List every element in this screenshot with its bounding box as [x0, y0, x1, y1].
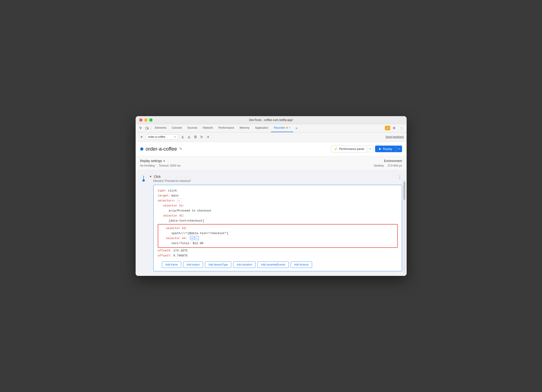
- minimize-button[interactable]: [144, 118, 147, 122]
- environment-meta: Desktop 372×804 px: [374, 164, 402, 167]
- steps-container: ▼ Click Element "Proceed to checkout" ty…: [136, 170, 406, 276]
- add-frame-button[interactable]: Add frame: [162, 262, 181, 268]
- code-line-sel3-val: xpath///*[@data-test="checkout"]: [161, 231, 395, 236]
- svg-marker-5: [201, 136, 203, 138]
- environment-section: Environment Desktop 372×804 px: [374, 159, 402, 167]
- step-connector: [140, 175, 147, 182]
- tab-elements[interactable]: Elements: [152, 124, 169, 132]
- main-content: order-a-coffee ✎ ⚡ Performance panel: [136, 142, 406, 276]
- tab-console[interactable]: Console: [169, 124, 185, 132]
- device-toolbar-button[interactable]: [144, 125, 150, 131]
- replay-button[interactable]: Replay: [375, 145, 396, 152]
- add-duration-button[interactable]: Add duration: [233, 262, 255, 268]
- perf-panel-button-group: ⚡ Performance panel: [331, 145, 373, 152]
- scroll-thumb[interactable]: [403, 182, 405, 200]
- add-button-button[interactable]: Add button: [183, 262, 203, 268]
- code-line-sel1: selector #1:: [158, 203, 398, 208]
- add-timeout-button[interactable]: Add timeout: [291, 262, 312, 268]
- replay-settings-toggle[interactable]: Replay settings: [140, 159, 181, 163]
- replay-settings-section: Replay settings No throttling Timeout: 5…: [140, 159, 181, 167]
- performance-panel-button[interactable]: ⚡ Performance panel: [331, 145, 367, 152]
- step-row: ▼ Click Element "Proceed to checkout" ty…: [136, 175, 406, 271]
- delete-recording-button[interactable]: [192, 134, 199, 140]
- devtools-window: DevTools - coffee-cart.netlify.app/ Elem…: [136, 116, 406, 276]
- settings-meta: No throttling Timeout: 5000 ms: [140, 164, 181, 167]
- settings-area: Replay settings No throttling Timeout: 5…: [136, 156, 406, 170]
- scroll-track[interactable]: [403, 179, 405, 274]
- recorder-close-icon[interactable]: ×: [289, 126, 290, 129]
- add-devicetype-button[interactable]: Add deviceType: [205, 262, 231, 268]
- svg-rect-0: [146, 127, 147, 129]
- maximize-button[interactable]: [149, 118, 152, 122]
- tab-network[interactable]: Network: [200, 124, 216, 132]
- recording-title: order-a-coffee ✎: [140, 146, 182, 152]
- code-line-sel4-val: text/Total: $12.00: [161, 241, 395, 246]
- step-content: ▼ Click Element "Proceed to checkout" ty…: [149, 175, 402, 271]
- selector-remove-button[interactable]: −: [195, 236, 199, 240]
- code-line-sel3: selector #3:: [161, 226, 395, 231]
- add-buttons-bar: Add frame Add button Add deviceType Add …: [162, 262, 398, 268]
- code-line-sel2: selector #2:: [158, 213, 398, 218]
- highlighted-selectors: selector #3: xpath///*[@data-test="check…: [158, 224, 398, 248]
- replay-button-group: Replay: [375, 145, 402, 152]
- svg-rect-1: [148, 128, 148, 129]
- devtools-right-controls: 1 ⚙ ⋮: [385, 125, 405, 131]
- selector-action-buttons: + −: [190, 236, 199, 240]
- import-button[interactable]: [186, 134, 192, 140]
- edit-name-icon[interactable]: ✎: [179, 147, 182, 151]
- code-line-type: type: click: [158, 188, 398, 193]
- title-bar: DevTools - coffee-cart.netlify.app/: [136, 116, 406, 124]
- svg-marker-6: [379, 148, 381, 150]
- selector-add-button[interactable]: +: [190, 236, 194, 240]
- selector-type-icon: ↖: [177, 199, 182, 203]
- tab-recorder[interactable]: Recorder ×: [271, 124, 293, 132]
- step-code-block: type: click target: main selectors: ↖: [153, 185, 402, 271]
- window-title: DevTools - coffee-cart.netlify.app/: [249, 118, 293, 122]
- settings-icon[interactable]: ⚙: [391, 125, 397, 131]
- tab-memory[interactable]: Memory: [237, 124, 252, 132]
- tab-sources[interactable]: Sources: [185, 124, 200, 132]
- export-button[interactable]: [179, 134, 186, 140]
- code-line-selectors: selectors: ↖: [158, 198, 398, 203]
- code-line-sel1-val: aria/Proceed to checkout: [158, 208, 398, 213]
- more-tabs-button[interactable]: »: [293, 125, 299, 131]
- perf-icon: ⚡: [334, 147, 338, 151]
- tab-performance[interactable]: Performance: [216, 124, 237, 132]
- recording-name: order-a-coffee: [146, 146, 177, 152]
- code-line-offsety: offsetY: 9.796875: [158, 253, 398, 258]
- step-more-options-button[interactable]: ⋮: [398, 175, 402, 180]
- tab-application[interactable]: Application: [252, 124, 271, 132]
- step-recording-button[interactable]: [205, 134, 211, 140]
- replay-dropdown-button[interactable]: [396, 145, 402, 152]
- play-recording-button[interactable]: [199, 134, 205, 140]
- add-assertedevents-button[interactable]: Add assertedEvents: [257, 262, 289, 268]
- step-expand-icon[interactable]: ▼: [149, 175, 152, 178]
- recording-header: order-a-coffee ✎ ⚡ Performance panel: [136, 142, 406, 156]
- more-options-icon[interactable]: ⋮: [398, 125, 405, 131]
- notifications-badge[interactable]: 1: [385, 126, 390, 130]
- header-buttons: ⚡ Performance panel Replay: [331, 145, 402, 152]
- code-line-offsetx: offsetX: 174.1875: [158, 248, 398, 253]
- recording-selector[interactable]: order-a-coffee: [146, 134, 178, 140]
- close-button[interactable]: [139, 118, 142, 122]
- code-line-target: target: main: [158, 193, 398, 198]
- code-line-sel2-val: [data-test=checkout]: [158, 218, 398, 223]
- svg-point-2: [286, 127, 288, 129]
- traffic-lights: [139, 118, 152, 122]
- recorder-toolbar: order-a-coffee Send feedback: [136, 132, 406, 142]
- perf-panel-dropdown-button[interactable]: [367, 145, 373, 152]
- svg-marker-7: [164, 160, 165, 161]
- step-header: ▼ Click: [149, 175, 402, 178]
- send-feedback-link[interactable]: Send feedback: [385, 135, 404, 139]
- new-recording-button[interactable]: [138, 134, 145, 140]
- inspect-element-button[interactable]: [137, 125, 144, 131]
- code-line-sel4: selector #4: + −: [161, 236, 395, 241]
- recording-indicator: [140, 147, 143, 150]
- devtools-tabs-bar: Elements Console Sources Network Perform…: [136, 124, 406, 132]
